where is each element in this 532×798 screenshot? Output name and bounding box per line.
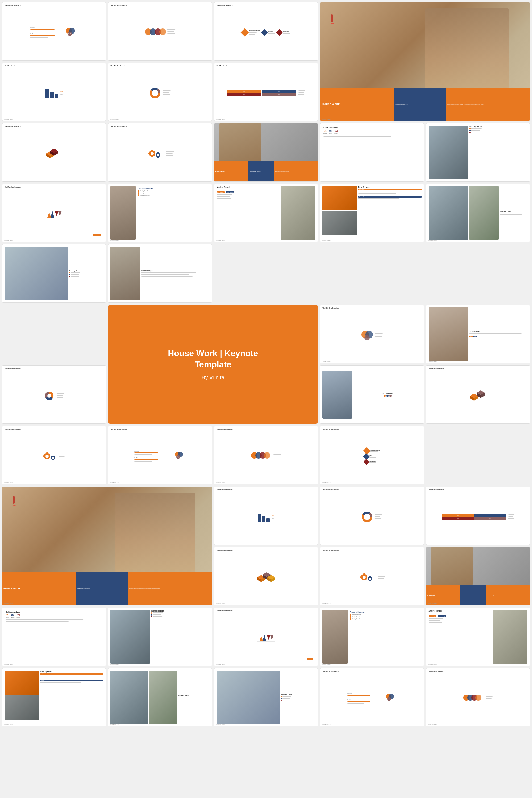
slide-info-right-1: The Main Info Graphics COMPANY NAMES bbox=[320, 305, 424, 363]
slide-prepare-strategy: Prepare Strategy Strategy Item One Strat… bbox=[108, 184, 212, 242]
svg-rect-40 bbox=[49, 455, 50, 457]
slide-mocking-up: Mocking Up COMPANY NAMES bbox=[320, 365, 424, 424]
slide-end-2: END SLIDES Template Presentation A wonde… bbox=[426, 547, 530, 605]
svg-rect-65 bbox=[369, 581, 371, 582]
slide-pie: The Main Info Graphics COMPANY NAMES bbox=[108, 63, 212, 121]
slide-end-slides: END SLIDES Template Presentation A wonde… bbox=[214, 123, 318, 182]
slide-bar-chart: The Main Info Graphics 60% 44% 20% COMPA… bbox=[2, 63, 106, 121]
svg-rect-64 bbox=[369, 576, 371, 577]
slide-daily-active: Daily Active Tag 1 Tag 2 COMPANY NAMES bbox=[426, 305, 530, 363]
slide-booth-images: Booth Images COMPANY NAMES bbox=[108, 244, 212, 303]
slide-working-from-3: Working From COMPANY NAMES bbox=[2, 244, 106, 303]
slide-info-1: The Main Info Graphics Our Goals Our Mis… bbox=[2, 2, 106, 61]
featured-keynote-card: House Work | Keynote Template By Vunira bbox=[108, 305, 318, 424]
slide-info-3: The Main Info Graphics Business Strategy… bbox=[214, 2, 318, 61]
svg-rect-39 bbox=[43, 455, 44, 457]
slide-photo-woman: HOUSE WORK Template Presentation A wonde… bbox=[320, 2, 530, 121]
svg-rect-15 bbox=[154, 153, 155, 154]
svg-marker-23 bbox=[58, 211, 62, 216]
svg-point-57 bbox=[363, 576, 366, 579]
slide-circles-2: The Main Info Graphics COMPANY NAMES bbox=[214, 426, 318, 484]
slide-table-2: The Main Info Graphics 50% 70% 30% 25% C… bbox=[426, 487, 530, 545]
slide-gears-2: The Main Info Graphics COMPANY NAMES bbox=[320, 547, 424, 605]
main-grid: The Main Info Graphics Our Goals Our Mis… bbox=[0, 0, 532, 728]
svg-rect-59 bbox=[363, 580, 365, 581]
svg-rect-19 bbox=[157, 157, 159, 158]
slide-photo-woman-2: HOUSE WORK Template Presentation A wonde… bbox=[2, 487, 212, 605]
svg-marker-21 bbox=[51, 211, 54, 217]
svg-rect-18 bbox=[157, 152, 159, 153]
slide-bar-2: The Main Info Graphics 60% 44% 20% COMPA… bbox=[214, 487, 318, 545]
slide-working-from-1: Working From COMPANY N bbox=[426, 123, 530, 182]
svg-point-46 bbox=[365, 515, 369, 519]
slide-arrows-2: The Main Info Graphics 519.234.00+ COMPA… bbox=[214, 608, 318, 666]
svg-point-28 bbox=[48, 394, 51, 398]
slide-table: The Main Info Graphics 50% 70% 30% 25% C… bbox=[214, 63, 318, 121]
svg-marker-22 bbox=[55, 211, 58, 216]
svg-rect-13 bbox=[151, 156, 153, 157]
slide-gear-right: The Main Info Graphics COMPANY NAMES bbox=[2, 426, 106, 484]
slide-info-pie-right: The Main Info Graphics COMPANY NAMES bbox=[2, 365, 106, 424]
svg-rect-58 bbox=[363, 573, 365, 574]
slide-outdoor-2: Outdoor Actives 01 Activity 02 Activity … bbox=[2, 608, 106, 666]
slide-3d-right: The Main Info Graphics COMPANY NAMES bbox=[426, 365, 530, 424]
slide-pie-2: The Main Info Graphics COMPANY NAMES bbox=[320, 487, 424, 545]
svg-point-11 bbox=[151, 152, 154, 155]
svg-marker-68 bbox=[267, 635, 270, 640]
slide-new-options: New Options Feature 1 Feature 2 COMPANY … bbox=[320, 184, 424, 242]
svg-rect-61 bbox=[366, 576, 367, 578]
slide-diamonds-2: The Main Info Graphics Business Strategy… bbox=[320, 426, 424, 484]
slide-working-2b: Working From COMPANY N bbox=[108, 608, 212, 666]
svg-marker-67 bbox=[263, 635, 266, 641]
slide-arrows: The Main Info Graphics 519.234.00+ COMPA… bbox=[2, 184, 106, 242]
slide-info-venn-2: The Main Info Graphics Our Goals Our Mis… bbox=[108, 426, 212, 484]
svg-rect-14 bbox=[148, 153, 150, 154]
slide-circles-2b: The Main Info Graphics COMPANY NAMES bbox=[426, 668, 530, 727]
slide-working-2c: Working From COMPANY NAMES bbox=[108, 668, 212, 727]
svg-point-3 bbox=[153, 91, 157, 95]
svg-rect-12 bbox=[151, 150, 153, 151]
slide-3d-2: The Main Info Graphics COMPANY NAMES bbox=[214, 547, 318, 605]
svg-rect-37 bbox=[46, 453, 48, 454]
slide-working-2d: Working From COMPANY NAMES bbox=[214, 668, 318, 727]
slide-analyze-target: Analyze Target First Strategy Final Stra… bbox=[214, 184, 318, 242]
slide-info-2: The Main Info Graphics COMPANY NAMES bbox=[108, 2, 212, 61]
slide-gears: The Main Info Graphics bbox=[108, 123, 212, 182]
svg-point-36 bbox=[45, 455, 49, 458]
slide-outdoor-actives: Outdoor Actives 01 Activity 02 Activity … bbox=[320, 123, 424, 182]
svg-marker-20 bbox=[48, 212, 51, 217]
slide-working-from-2: Working From COMPANY NAMES bbox=[426, 184, 530, 242]
svg-rect-38 bbox=[46, 458, 48, 459]
slide-info-venn-2b: The Main Info Graphics Our Goals Our Mis… bbox=[320, 668, 424, 727]
svg-marker-66 bbox=[259, 636, 263, 641]
slide-strategy-2: Prepare Strategy Strategy Item One Strat… bbox=[320, 608, 424, 666]
slide-3d-blocks: The Main Info Graphics COMPANY NAMES bbox=[2, 123, 106, 182]
svg-point-27 bbox=[364, 335, 370, 341]
svg-rect-60 bbox=[360, 576, 361, 578]
svg-marker-69 bbox=[270, 635, 274, 640]
slide-analyze-2: Analyze Target First Strategy Final Stra… bbox=[426, 608, 530, 666]
svg-point-42 bbox=[52, 457, 54, 459]
svg-point-63 bbox=[369, 578, 371, 580]
svg-point-17 bbox=[157, 154, 159, 156]
slide-new-options-2: New Options Feature 1 Feature 2 COMPANY … bbox=[2, 668, 106, 727]
